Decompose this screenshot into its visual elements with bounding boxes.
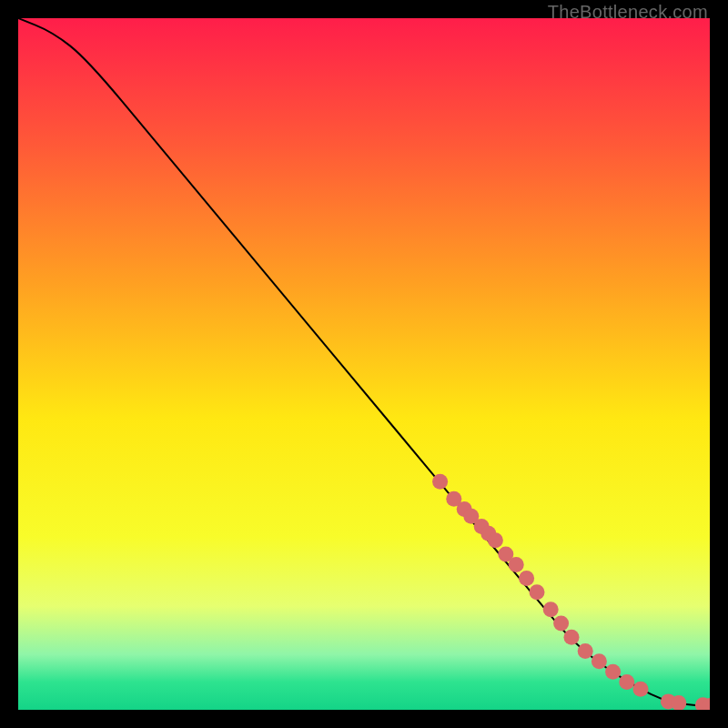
data-marker — [488, 532, 503, 548]
gradient-background — [18, 18, 710, 710]
data-marker — [509, 557, 524, 572]
data-marker — [519, 571, 534, 586]
watermark-text: TheBottleneck.com — [548, 2, 708, 23]
data-marker — [564, 630, 580, 645]
chart-frame — [18, 18, 710, 710]
data-marker — [578, 643, 593, 659]
data-marker — [592, 653, 607, 669]
data-marker — [605, 664, 621, 680]
data-marker — [633, 682, 649, 697]
data-marker — [432, 474, 448, 490]
data-marker — [530, 584, 545, 600]
data-marker — [619, 674, 634, 690]
data-marker — [543, 602, 559, 617]
chart-svg — [18, 18, 710, 710]
data-marker — [553, 616, 569, 632]
